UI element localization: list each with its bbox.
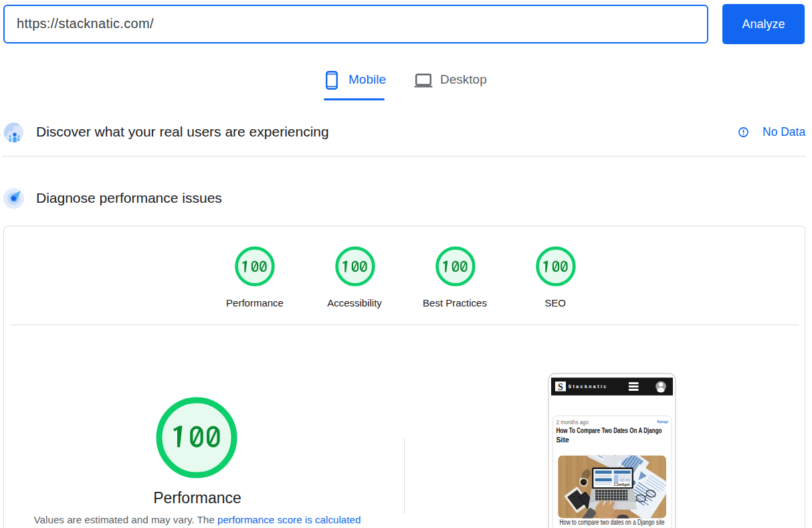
svg-text:How To Compare Two Dates On A: How To Compare Two Dates On A Django: [556, 426, 662, 434]
svg-text:Django: Django: [657, 419, 668, 424]
svg-text:Stacknatic: Stacknatic: [569, 384, 608, 389]
svg-text:S: S: [558, 382, 563, 392]
svg-text:Site: Site: [556, 436, 570, 444]
svg-text:wifigid: wifigid: [617, 482, 629, 487]
svg-text:2 months ago: 2 months ago: [556, 419, 589, 426]
svg-text:How to compare two dates on a: How to compare two dates on a Django sit…: [560, 519, 665, 526]
